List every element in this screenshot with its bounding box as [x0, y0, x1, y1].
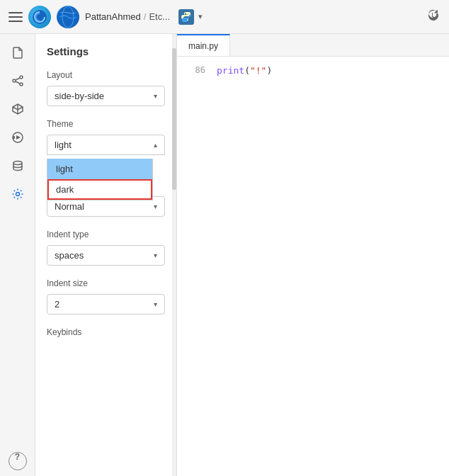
svg-rect-1: [8, 16, 23, 18]
indent-type-label: Indent type: [47, 230, 165, 239]
code-line-86: 86 print("!"): [177, 62, 449, 78]
theme-option-dark[interactable]: dark: [47, 179, 152, 200]
settings-scrollbar[interactable]: [172, 34, 176, 476]
string-literal: "!": [250, 65, 266, 76]
layout-value: side-by-side: [55, 91, 104, 101]
svg-rect-13: [13, 136, 15, 139]
svg-point-14: [13, 162, 22, 165]
topbar-icons: ▾: [178, 9, 203, 25]
theme-arrow: ▴: [154, 141, 157, 149]
sidebar-item-box[interactable]: [5, 96, 30, 122]
indent-size-arrow: ▾: [154, 300, 157, 308]
theme-dropdown-wrapper: light ▴ light dark: [47, 135, 165, 155]
theme-value: light: [55, 140, 72, 150]
python-icon: [178, 9, 194, 25]
svg-rect-2: [8, 21, 23, 22]
settings-panel: Settings Layout side-by-side ▾ Theme lig…: [35, 34, 177, 476]
layout-dropdown[interactable]: side-by-side ▾: [47, 86, 165, 106]
indent-type-arrow: ▾: [154, 251, 157, 259]
indent-type-value: spaces: [55, 250, 84, 261]
keybinds-label: Keybinds: [47, 327, 165, 337]
icon-sidebar: ?: [0, 34, 35, 476]
print-keyword: print: [217, 65, 244, 76]
sidebar-item-file[interactable]: [5, 40, 30, 65]
line-number-86: 86: [183, 65, 205, 75]
sidebar-item-settings[interactable]: [5, 181, 30, 207]
topbar: PattanAhmed / Etc... ▾: [0, 0, 449, 34]
history-icon[interactable]: [426, 8, 441, 26]
theme-option-light[interactable]: light: [47, 159, 152, 179]
theme-dropdown-menu: light dark: [47, 159, 153, 200]
settings-title: Settings: [47, 45, 165, 57]
font-size-value: Normal: [55, 201, 84, 212]
svg-point-7: [20, 76, 23, 79]
svg-point-15: [16, 193, 19, 196]
code-tab-main[interactable]: main.py: [177, 34, 230, 56]
open-paren: (: [244, 65, 250, 76]
close-paren: ): [266, 65, 272, 76]
breadcrumb-ellipsis[interactable]: Etc...: [149, 11, 170, 22]
code-tabs: main.py: [177, 34, 449, 57]
svg-line-10: [16, 78, 20, 80]
code-content-86: print("!"): [217, 65, 272, 76]
svg-point-8: [13, 79, 16, 82]
theme-dropdown[interactable]: light ▴: [47, 135, 165, 155]
sidebar-item-share[interactable]: [5, 68, 30, 94]
sidebar-item-play[interactable]: [5, 125, 30, 150]
main-layout: ? Settings Layout side-by-side ▾ Theme l…: [0, 34, 449, 476]
theme-label: Theme: [47, 119, 165, 129]
menu-icon[interactable]: [8, 10, 23, 24]
indent-type-dropdown[interactable]: spaces ▾: [47, 245, 165, 266]
svg-point-9: [20, 83, 23, 86]
svg-rect-0: [8, 12, 23, 13]
indent-size-value: 2: [55, 299, 59, 310]
indent-size-label: Indent size: [47, 278, 165, 288]
font-size-arrow: ▾: [154, 203, 157, 210]
code-editor[interactable]: 86 print("!"): [177, 57, 449, 476]
indent-size-dropdown[interactable]: 2 ▾: [47, 294, 165, 314]
logo-earth: [57, 6, 79, 28]
settings-scrollbar-thumb: [172, 48, 176, 190]
logo-spiral: [28, 6, 51, 28]
svg-line-11: [16, 81, 20, 84]
breadcrumb-user[interactable]: PattanAhmed: [85, 11, 141, 22]
code-area: main.py 86 print("!"): [177, 34, 449, 476]
layout-label: Layout: [47, 70, 165, 80]
sidebar-item-help[interactable]: ?: [8, 452, 27, 470]
breadcrumb: PattanAhmed / Etc...: [85, 11, 170, 22]
layout-arrow: ▾: [154, 92, 157, 100]
sidebar-item-database[interactable]: [5, 153, 30, 178]
svg-point-6: [187, 19, 188, 21]
breadcrumb-separator: /: [144, 11, 147, 22]
python-chevron[interactable]: ▾: [198, 12, 203, 21]
